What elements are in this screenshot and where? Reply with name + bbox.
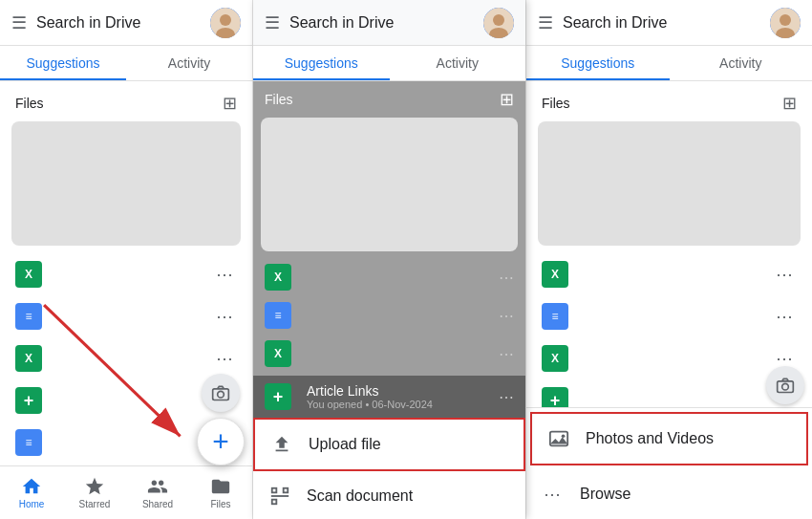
middle-hamburger-icon[interactable]: ☰ bbox=[265, 12, 280, 33]
more-icon[interactable]: ⋯ bbox=[212, 346, 237, 371]
menu-scan-label: Scan document bbox=[307, 487, 413, 505]
action-browse[interactable]: ⋯ Browse bbox=[526, 469, 812, 519]
svg-point-1 bbox=[220, 14, 231, 26]
sheets-icon: X bbox=[265, 340, 291, 367]
nav-files[interactable]: Files bbox=[189, 470, 252, 515]
more-icon[interactable]: ⋯ bbox=[212, 304, 237, 329]
list-item[interactable]: ≡ ⋯ bbox=[534, 295, 804, 337]
middle-panel: ☰ Search in Drive Suggestions Activity F… bbox=[253, 0, 525, 519]
middle-files-header: Files ⊞ bbox=[253, 81, 525, 118]
article-more-icon[interactable]: ⋯ bbox=[499, 388, 514, 406]
left-bottom-nav: Home Starred Shared Files bbox=[0, 465, 252, 519]
fab-main-button[interactable]: + bbox=[197, 418, 245, 465]
list-item[interactable]: X ⋯ bbox=[8, 253, 245, 295]
shared-icon bbox=[147, 476, 168, 497]
tab-suggestions-middle[interactable]: Suggestions bbox=[253, 46, 390, 80]
middle-tabs: Suggestions Activity bbox=[253, 46, 525, 81]
middle-search-text[interactable]: Search in Drive bbox=[289, 14, 474, 32]
left-files-label: Files bbox=[15, 96, 44, 111]
list-item[interactable]: X ⋯ bbox=[534, 337, 804, 379]
svg-rect-10 bbox=[272, 488, 277, 493]
docs-icon: ≡ bbox=[15, 303, 42, 330]
camera-icon bbox=[211, 383, 230, 402]
left-avatar[interactable] bbox=[210, 8, 241, 38]
tab-activity-middle[interactable]: Activity bbox=[390, 46, 526, 80]
sheets-icon: X bbox=[542, 345, 568, 372]
photos-videos-label: Photos and Videos bbox=[586, 430, 714, 447]
middle-grid-view-icon[interactable]: ⊞ bbox=[500, 89, 514, 110]
article-sub: You opened • 06-Nov-2024 bbox=[307, 399, 433, 410]
right-panel: ☰ Search in Drive Suggestions Activity F… bbox=[525, 0, 812, 519]
more-icon[interactable]: ⋯ bbox=[772, 304, 797, 329]
docs-icon: ≡ bbox=[542, 303, 568, 330]
list-item[interactable]: X ⋯ bbox=[534, 253, 804, 295]
tab-suggestions-right[interactable]: Suggestions bbox=[526, 46, 670, 80]
fab-secondary-button[interactable] bbox=[202, 374, 240, 412]
fab-area: + bbox=[197, 374, 245, 465]
list-item[interactable]: X ⋯ bbox=[261, 335, 518, 372]
tab-activity-left[interactable]: Activity bbox=[126, 46, 252, 80]
add-icon: + bbox=[265, 383, 291, 410]
action-photos-videos[interactable]: Photos and Videos bbox=[530, 412, 808, 465]
add-icon: + bbox=[542, 387, 568, 407]
middle-preview-thumbnail bbox=[261, 118, 518, 251]
sheets-icon: X bbox=[15, 261, 42, 288]
svg-rect-12 bbox=[272, 500, 277, 505]
plus-icon: + bbox=[212, 427, 229, 456]
more-icon[interactable]: ⋯ bbox=[499, 269, 514, 287]
right-avatar[interactable] bbox=[770, 8, 801, 38]
more-icon[interactable]: ⋯ bbox=[499, 345, 514, 363]
middle-avatar[interactable] bbox=[483, 8, 514, 38]
nav-starred-label: Starred bbox=[79, 499, 111, 509]
right-search-text[interactable]: Search in Drive bbox=[563, 14, 760, 32]
nav-starred[interactable]: Starred bbox=[63, 470, 126, 515]
more-icon[interactable]: ⋯ bbox=[499, 307, 514, 325]
docs-icon: ≡ bbox=[15, 429, 42, 456]
tab-suggestions-left[interactable]: Suggestions bbox=[0, 46, 126, 80]
middle-search-bar: ☰ Search in Drive bbox=[253, 0, 525, 46]
upload-icon bbox=[270, 433, 293, 456]
files-icon bbox=[210, 476, 231, 497]
hamburger-icon[interactable]: ☰ bbox=[11, 12, 27, 33]
right-files-label: Files bbox=[542, 96, 570, 111]
list-item[interactable]: + ⋯ bbox=[534, 379, 804, 407]
list-item[interactable]: X ⋯ bbox=[261, 259, 518, 295]
right-preview-thumbnail bbox=[538, 121, 801, 246]
browse-dots-icon: ⋯ bbox=[542, 483, 565, 506]
left-search-text[interactable]: Search in Drive bbox=[36, 14, 201, 32]
right-hamburger-icon[interactable]: ☰ bbox=[538, 12, 553, 33]
article-item[interactable]: + Article Links You opened • 06-Nov-2024… bbox=[253, 376, 525, 418]
svg-point-6 bbox=[218, 391, 224, 398]
sheets-icon: X bbox=[265, 264, 291, 291]
list-item[interactable]: ≡ ⋯ bbox=[261, 297, 518, 334]
photos-icon bbox=[547, 427, 570, 450]
middle-file-grid: X ⋯ ≡ ⋯ X ⋯ bbox=[253, 259, 525, 376]
middle-files-area: Files ⊞ X ⋯ ≡ ⋯ X ⋯ + bbox=[253, 81, 525, 418]
nav-home-label: Home bbox=[19, 499, 45, 509]
list-item[interactable]: ≡ ⋯ bbox=[8, 295, 245, 337]
right-bottom-actions: Photos and Videos ⋯ Browse bbox=[526, 407, 812, 519]
right-grid-view-icon[interactable]: ⊞ bbox=[782, 93, 797, 114]
menu-upload-label: Upload file bbox=[309, 436, 381, 453]
svg-marker-35 bbox=[550, 437, 567, 443]
middle-files-label: Files bbox=[265, 92, 293, 107]
menu-item-scan[interactable]: Scan document bbox=[253, 471, 525, 519]
svg-point-36 bbox=[562, 434, 566, 438]
tab-activity-right[interactable]: Activity bbox=[670, 46, 813, 80]
left-tabs: Suggestions Activity bbox=[0, 46, 252, 81]
nav-shared[interactable]: Shared bbox=[126, 470, 189, 515]
menu-item-upload[interactable]: Upload file bbox=[253, 418, 525, 471]
left-search-bar: ☰ Search in Drive bbox=[0, 0, 252, 46]
nav-files-label: Files bbox=[210, 499, 230, 509]
right-fab[interactable] bbox=[766, 366, 804, 404]
more-icon[interactable]: ⋯ bbox=[772, 262, 797, 287]
svg-point-33 bbox=[782, 383, 789, 390]
left-preview-thumbnail bbox=[11, 121, 241, 246]
nav-shared-label: Shared bbox=[142, 499, 173, 509]
svg-point-30 bbox=[780, 14, 791, 26]
nav-home[interactable]: Home bbox=[0, 470, 63, 515]
left-grid-view-icon[interactable]: ⊞ bbox=[223, 93, 237, 114]
article-title: Article Links bbox=[307, 383, 433, 399]
left-files-header: Files ⊞ bbox=[0, 81, 252, 121]
more-icon[interactable]: ⋯ bbox=[212, 262, 237, 287]
